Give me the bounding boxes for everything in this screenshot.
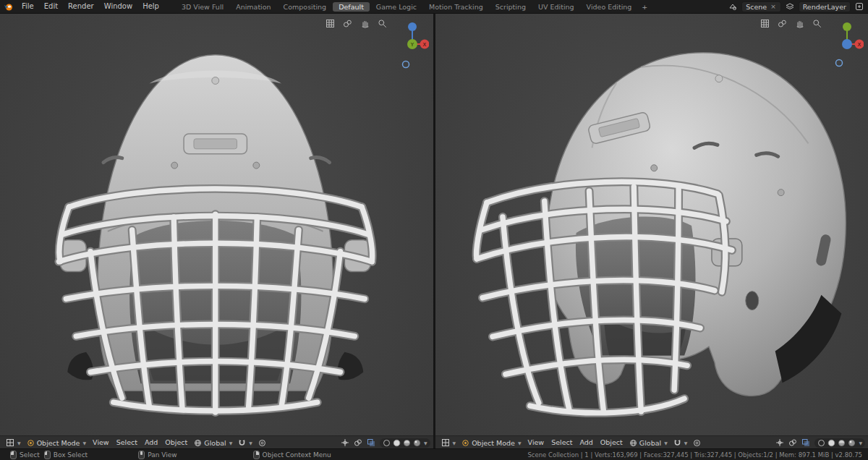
tab-scripting[interactable]: Scripting [490,2,532,12]
scene-selector-label: Scene [746,3,767,11]
workspace-tabs: 3D View Full Animation Compositing Defau… [176,2,652,12]
tab-video-editing[interactable]: Video Editing [581,2,638,12]
viewport-left[interactable]: X Y ▼ Object Mode ▼ View Select [0,14,433,449]
left-mouse-icon [10,451,17,459]
menu-window[interactable]: Window [99,0,137,13]
orientation-label: Global [204,439,226,447]
tab-3d-view-full[interactable]: 3D View Full [176,2,229,12]
helmet-front-model [59,55,372,412]
shading-mode-buttons: ▼ [380,438,430,448]
transform-orientation-selector[interactable]: Global ▼ [194,439,232,447]
xray-toggle-icon[interactable] [367,438,375,447]
view-menu[interactable]: View [89,436,113,449]
mode-label: Object Mode [472,439,515,447]
editor-type-button[interactable]: ▼ [441,438,456,447]
shading-solid-button[interactable] [827,439,835,447]
overlays-toggle-icon[interactable] [788,438,797,447]
axis-y-ball [843,22,851,31]
status-hint-box-select: Box Select [44,451,88,459]
orientation-label: Global [639,439,661,447]
axis-x-label: X [422,42,426,48]
statusbar: Select Box Select Pan View Object Contex… [0,448,868,460]
editor-type-button[interactable]: ▼ [6,438,21,447]
helmet-perspective-model [476,53,846,413]
render-layer-selector[interactable]: RenderLayer [799,1,851,12]
shading-material-button[interactable] [838,439,846,447]
browse-scene-icon[interactable] [728,2,737,11]
object-menu[interactable]: Object [161,436,191,449]
shading-rendered-button[interactable] [848,439,856,447]
tab-compositing[interactable]: Compositing [278,2,333,12]
left-mouse-drag-icon [44,451,51,459]
render-layer-label: RenderLayer [803,3,846,11]
pan-hand-icon[interactable] [360,19,370,28]
camera-view-icon[interactable] [343,19,352,28]
grid-ortho-icon[interactable] [760,19,770,28]
gizmo-toggle-icon[interactable] [341,438,349,447]
menu-help[interactable]: Help [137,0,164,13]
shading-solid-button[interactable] [393,439,401,447]
add-menu[interactable]: Add [576,436,596,449]
topbar-right: Scene × RenderLayer [728,1,864,12]
select-menu[interactable]: Select [113,436,141,449]
pan-hand-icon[interactable] [795,19,804,28]
menu-render[interactable]: Render [63,0,99,13]
topbar: File Edit Render Window Help 3D View Ful… [0,0,868,14]
navigation-gizmo-left[interactable]: X Y [396,20,429,76]
status-hint-context-menu: Object Context Menu [253,451,331,459]
shading-wireframe-button[interactable] [383,439,391,447]
tab-game-logic[interactable]: Game Logic [370,2,422,12]
status-hint-select: Select [10,451,40,459]
mode-selector[interactable]: Object Mode ▼ [461,439,521,447]
viewport-right[interactable]: X ▼ Object Mode ▼ View Select Add [435,14,868,449]
overlays-toggle-icon[interactable] [354,438,362,447]
tab-default[interactable]: Default [333,2,370,12]
proportional-edit-icon[interactable] [693,439,701,447]
snap-magnet-icon[interactable]: ▼ [238,439,252,447]
3d-viewport-canvas-front[interactable] [0,14,433,436]
middle-mouse-icon [138,451,145,459]
shading-rendered-button[interactable] [413,439,421,447]
grid-ortho-icon[interactable] [326,19,335,28]
shading-wireframe-button[interactable] [817,439,825,447]
xray-toggle-icon[interactable] [801,438,810,447]
3d-viewport-canvas-perspective[interactable] [435,14,868,436]
transform-orientation-selector[interactable]: Global ▼ [629,439,668,447]
zoom-icon[interactable] [812,19,822,28]
scene-unlink-button[interactable]: × [770,3,777,10]
proportional-edit-icon[interactable] [258,439,266,447]
axis-z-ball [842,39,852,49]
zoom-icon[interactable] [378,19,387,28]
tab-uv-editing[interactable]: UV Editing [532,2,580,12]
shading-dropdown-icon[interactable]: ▼ [859,440,862,446]
tab-motion-tracking[interactable]: Motion Tracking [423,2,489,12]
view-menu[interactable]: View [524,436,548,449]
blender-logo-icon[interactable] [4,1,14,12]
add-workspace-button[interactable]: + [638,2,651,12]
menu-file[interactable]: File [17,0,39,13]
axis-neg-ball [836,60,843,67]
scene-statistics: Scene Collection | 1 | Verts:163,969 | F… [527,451,862,459]
shading-material-button[interactable] [403,439,411,447]
axis-x-label: X [858,42,861,48]
camera-view-icon[interactable] [778,19,787,28]
axis-z-ball [408,22,417,31]
navigation-gizmo-right[interactable]: X [830,20,864,76]
mode-selector[interactable]: Object Mode ▼ [27,439,86,447]
select-menu[interactable]: Select [548,436,576,449]
axis-neg-z-ball [402,61,409,68]
shading-dropdown-icon[interactable]: ▼ [424,440,427,446]
menu-edit[interactable]: Edit [39,0,63,13]
add-menu[interactable]: Add [141,436,161,449]
viewport-header-left: ▼ Object Mode ▼ View Select Add Object G… [0,435,433,449]
new-layer-button[interactable] [855,2,864,11]
view-layer-icon[interactable] [786,2,794,11]
object-menu[interactable]: Object [597,436,626,449]
scene-selector[interactable]: Scene × [741,1,781,12]
gizmo-toggle-icon[interactable] [775,438,784,447]
shading-mode-buttons: ▼ [814,438,865,448]
snap-magnet-icon[interactable]: ▼ [673,439,688,447]
tab-animation[interactable]: Animation [230,2,276,12]
viewport-nav-icons-right [760,19,822,28]
status-hint-pan-view: Pan View [138,451,176,459]
